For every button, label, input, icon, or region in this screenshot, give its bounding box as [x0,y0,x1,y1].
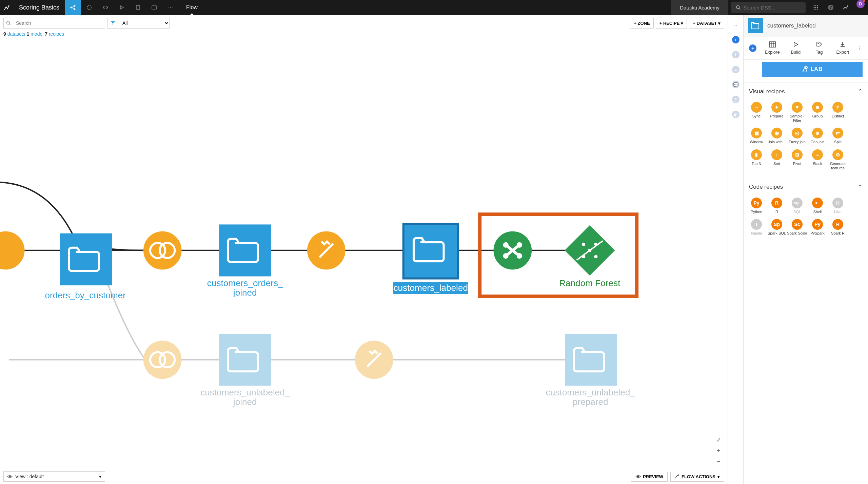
visual-recipe-geo-join[interactable]: ⊕Geo join [807,126,828,148]
flow-nav-icon[interactable] [65,0,81,15]
rail-comments-icon[interactable]: 💬 [732,81,739,88]
apps-icon[interactable] [808,0,823,15]
visual-recipe-sort[interactable]: ↕Sort [767,148,787,174]
collapse-panel-icon[interactable]: → [732,21,739,29]
preview-button[interactable]: PREVIEW [631,472,668,482]
dataiku-logo-icon[interactable] [0,0,14,15]
filter-icon [107,18,118,28]
rail-info-icon[interactable]: i [732,51,739,58]
flow-search-input[interactable] [13,20,105,26]
build-button[interactable]: Build [785,41,806,55]
code-recipes-header[interactable]: Code recipes ⌃ [744,178,868,196]
export-button[interactable]: Export [832,41,853,55]
visual-recipe-window[interactable]: ▦Window [746,126,767,148]
recipe-label: Window [750,140,763,144]
node-customers-orders-joined[interactable]: customers_orders_ joined [207,224,283,297]
visual-recipe-join-with-[interactable]: ◉Join with... [767,126,787,148]
visual-recipes-header[interactable]: Visual recipes ⌃ [744,82,868,100]
rail-actions-icon[interactable]: + [732,36,739,43]
flow-tab[interactable]: Flow [179,0,205,15]
model-link[interactable]: model [31,31,43,37]
recipes-nav-icon[interactable] [81,0,97,15]
visual-recipe-fuzzy-join[interactable]: ◎Fuzzy join [787,126,807,148]
recipes-link[interactable]: recipes [49,31,64,37]
code-recipe-python[interactable]: PyPython [746,196,767,218]
node-prepare-recipe-faded[interactable] [355,341,393,379]
add-action-icon[interactable]: + [749,44,756,52]
visual-recipe-top-n[interactable]: ▮Top N [746,148,767,174]
lab-button[interactable]: LAB [762,62,863,77]
code-recipe-shell[interactable]: >_Shell [807,196,828,218]
zoom-in-button[interactable]: + [713,445,724,456]
activity-icon[interactable] [838,0,853,15]
node-customers-labeled[interactable]: customers_labeled [393,224,468,294]
recipe-label: Pivot [793,162,801,166]
zoom-out-button[interactable]: − [713,456,724,467]
visual-recipe-generate-features[interactable]: ⚙Generate features [828,148,848,174]
recipe-label: Split [834,140,841,144]
node-random-forest-model[interactable]: Random Forest [559,225,620,288]
flow-filter-select[interactable]: All [118,18,169,28]
tag-button[interactable]: Tag [809,41,830,55]
recipe-label: Prepare [770,114,783,118]
visual-recipe-icon: ▦ [751,128,762,138]
help-icon[interactable]: ? [823,0,838,15]
node-customers-unlabeled-joined[interactable]: customers_unlabeled_ joined [200,334,290,407]
explore-button[interactable]: Explore [762,41,783,55]
code-recipe-spark-scala[interactable]: ScSpark Scala [787,218,807,239]
node-join-recipe-faded[interactable] [143,341,182,379]
add-dataset-button[interactable]: + DATASET ▾ [689,18,724,29]
global-search[interactable] [731,2,806,13]
visual-recipe-group[interactable]: ⊕Group [807,100,828,126]
code-recipe-r[interactable]: RR [767,196,787,218]
code-recipe-pyspark[interactable]: PyPySpark [807,218,828,239]
code-recipe-spark-r[interactable]: RSpark R [828,218,848,239]
more-actions-icon[interactable]: ⋮ [856,45,863,51]
flow-filter[interactable]: All [107,18,170,29]
code-recipe-icon: >_ [812,198,823,208]
code-nav-icon[interactable] [97,0,114,15]
chevron-up-icon: ⌃ [858,184,863,191]
svg-point-13 [814,9,815,10]
svg-point-58 [818,43,819,44]
visual-recipe-pivot[interactable]: ⊞Pivot [787,148,807,174]
version-nav-icon[interactable] [130,0,146,15]
visual-recipe-sync[interactable]: →Sync [746,100,767,126]
node-customers-unlabeled-prepared[interactable]: customers_unlabeled_ prepared [546,334,635,407]
visual-recipe-split[interactable]: ⇄Split [828,126,848,148]
add-zone-button[interactable]: + ZONE [630,18,653,29]
more-nav-icon[interactable]: ⋯ [162,0,179,15]
zoom-fit-button[interactable]: ⤢ [713,434,724,445]
node-orders-by-customer[interactable]: orders_by_customer [45,234,126,300]
recipe-label: Fuzzy join [789,140,806,144]
view-selector[interactable]: View : default ▾ [3,471,105,482]
add-recipe-button[interactable]: + RECIPE ▾ [656,18,687,29]
visual-recipe-distinct[interactable]: ≠Distinct [828,100,848,126]
global-search-input[interactable] [743,5,801,11]
automation-nav-icon[interactable] [146,0,162,15]
svg-point-7 [814,5,815,6]
rail-related-icon[interactable]: ◐ [732,111,739,118]
node-prepare-recipe[interactable] [307,231,346,270]
svg-text:joined: joined [233,397,257,407]
visual-recipe-prepare[interactable]: ✦Prepare [767,100,787,126]
code-recipe-spark-sql[interactable]: SpSpark SQL [767,218,787,239]
visual-recipe-stack[interactable]: ≡Stack [807,148,828,174]
flow-canvas[interactable]: orders_by_customer customers_orders_ joi… [0,45,728,469]
node-train-recipe[interactable] [493,231,532,270]
visual-recipe-icon: → [751,102,762,113]
jobs-nav-icon[interactable] [114,0,130,15]
svg-point-1 [74,5,76,7]
node-join-recipe[interactable] [143,231,182,270]
user-avatar[interactable]: D [856,0,865,8]
visual-recipe-sample-filter[interactable]: ▼Sample / Filter [787,100,807,126]
datasets-link[interactable]: datasets [7,31,25,37]
flow-actions-button[interactable]: FLOW ACTIONS ▾ [670,472,724,482]
svg-rect-4 [136,5,140,10]
code-recipe-icon: Sc [792,219,803,230]
rail-schema-icon[interactable]: ≡ [732,66,739,73]
academy-link[interactable]: Dataiku Academy [671,0,728,15]
flow-search[interactable] [3,18,105,29]
project-name[interactable]: Scoring Basics [14,0,65,15]
rail-history-icon[interactable]: ◷ [732,96,739,103]
